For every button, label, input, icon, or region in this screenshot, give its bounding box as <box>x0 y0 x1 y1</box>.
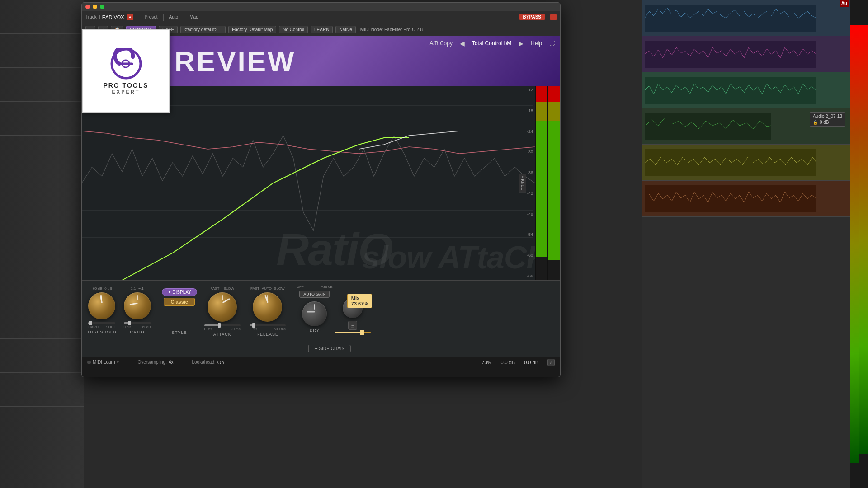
svg-rect-2 <box>645 5 816 32</box>
review-logo: PRO TOOLS EXPERT <box>82 29 170 113</box>
mix-slider-fill <box>335 332 361 333</box>
track-header-8 <box>0 237 84 271</box>
expand-icon-button[interactable]: ⤢ <box>547 359 555 366</box>
attack-slider-thumb[interactable] <box>218 323 221 328</box>
waveform-orange-1 <box>645 185 816 212</box>
divider-2 <box>183 359 183 366</box>
track-name: Audio 2_07-13 <box>813 114 842 119</box>
ff-header: PRO TOOLS EXPERT REVIEW A/B Copy ◀ Total… <box>82 36 560 86</box>
ratio-max: ∞:1 <box>138 286 143 291</box>
learn-button[interactable]: LEARN <box>311 26 333 33</box>
db-minus30: -30 <box>519 150 533 154</box>
threshold-label: THRESHOLD <box>87 330 117 334</box>
dry-label: DRY <box>310 328 320 333</box>
next-preset-button[interactable]: ▶ <box>519 40 524 47</box>
prev-preset-button[interactable]: ◀ <box>460 40 465 47</box>
midi-learn-button[interactable]: MIDI Learn <box>93 360 115 365</box>
range-label-0db: 0 dB <box>124 325 131 329</box>
attack-knob-indicator <box>222 298 230 304</box>
ab-copy-button[interactable]: A/B Copy <box>429 40 453 47</box>
track-header-11 <box>0 339 84 373</box>
threshold-slider-track[interactable] <box>88 322 115 324</box>
threshold-slider-thumb[interactable] <box>89 321 92 325</box>
display-toggle-button[interactable]: ✦ DISPLAY <box>162 288 197 296</box>
ratio-slider-thumb[interactable] <box>128 321 131 325</box>
release-slow: SLOW <box>274 286 285 291</box>
midi-dot <box>87 361 91 364</box>
release-slider-thumb[interactable] <box>252 323 255 328</box>
icon-button-1[interactable]: ⊟ <box>348 321 357 330</box>
dry-knob[interactable] <box>302 301 327 326</box>
ratio-slider-track[interactable] <box>124 322 151 324</box>
svg-rect-4 <box>645 77 816 104</box>
lookahead-label-0ms: 0 ms <box>204 327 212 331</box>
pt-meter-fill-2 <box>859 25 868 454</box>
hold-label-500ms: 500 ms <box>274 327 286 331</box>
threshold-group: -60 dB 0 dB HARD SOFT THRESHOLD <box>87 286 117 334</box>
controls-area: -60 dB 0 dB HARD SOFT THRESHOLD 1:1 ∞:1 <box>82 280 560 357</box>
plugin-window: Track LEAD VOX ● Preset Auto Map BYPASS … <box>81 2 561 377</box>
auto-gain-button[interactable]: AUTO GAIN <box>299 291 330 298</box>
au-badge: Au <box>840 0 849 7</box>
lookahead-status-value[interactable]: On <box>217 360 224 365</box>
track-header-9 <box>0 271 84 305</box>
hold-label-0ms: 0 ms <box>250 327 257 331</box>
threshold-label-soft: SOFT <box>106 325 115 329</box>
title-bar <box>82 3 560 11</box>
close-button[interactable] <box>85 5 90 9</box>
pt-tracks-area: Au Audio 2_07-13 🔒 0 dB <box>642 0 868 488</box>
track-label: Track <box>85 14 97 19</box>
help-button[interactable]: Help <box>531 40 542 47</box>
attack-slow: SLOW <box>224 286 235 291</box>
fullscreen-button[interactable]: ⛶ <box>549 40 555 47</box>
meter-yellow-1 <box>536 102 547 121</box>
classic-button[interactable]: Classic <box>164 298 195 306</box>
side-chain-button[interactable]: ✦ SIDE CHAIN <box>308 345 351 352</box>
oversampling-value[interactable]: 4x <box>169 360 174 365</box>
mix-slider-thumb[interactable] <box>360 330 364 335</box>
ratio-knob[interactable] <box>124 292 151 319</box>
style-group: ✦ DISPLAY Classic STYLE <box>162 288 197 335</box>
meter-red-1 <box>536 86 547 102</box>
attack-slider-track[interactable] <box>204 324 241 326</box>
attack-knob[interactable] <box>208 292 237 322</box>
map-section: Map <box>189 14 198 19</box>
release-group: FAST AUTO SLOW 0 ms 500 ms RELEASE <box>250 286 286 337</box>
release-knob[interactable] <box>253 292 282 322</box>
preset-value: <factory default> <box>184 27 217 32</box>
no-control-button[interactable]: No Control <box>279 26 308 33</box>
threshold-max: 0 dB <box>104 286 112 291</box>
pro-tools-left-panel <box>0 0 84 488</box>
maximize-button[interactable] <box>100 5 104 9</box>
ff-nav: A/B Copy ◀ Total Control bM ▶ Help ⛶ <box>424 36 560 51</box>
lookahead-label-20ms: 20 ms <box>231 327 241 331</box>
mix-tooltip: Mix 73.67% <box>347 294 372 308</box>
attack-fast: FAST <box>211 286 220 291</box>
minimize-button[interactable] <box>93 5 97 9</box>
midi-dropdown[interactable]: ▾ <box>117 360 119 365</box>
knee-indicator[interactable]: « KNEE <box>519 174 526 192</box>
threshold-knob[interactable] <box>88 292 115 319</box>
track-header-4 <box>0 102 84 136</box>
native-button[interactable]: Native <box>335 26 355 33</box>
threshold-min: -60 dB <box>92 286 103 291</box>
track-info-panel: Audio 2_07-13 🔒 0 dB <box>810 112 845 127</box>
review-heading: REVIEW <box>175 45 296 77</box>
track-blue-1 <box>642 0 868 36</box>
track-yellow-1 <box>642 145 868 181</box>
db-minus18: -18 <box>519 108 533 113</box>
status-bar: MIDI Learn ▾ Oversampling: 4x Lookahead:… <box>82 357 560 367</box>
mix-percent: 73% <box>481 360 491 365</box>
mix-slider-track[interactable] <box>335 332 371 333</box>
factory-default-button[interactable]: Factory Default Map <box>228 26 276 33</box>
brand-sub: EXPERT <box>103 89 148 94</box>
release-auto: AUTO <box>262 286 272 291</box>
knee-label: KNEE <box>520 179 525 190</box>
release-slider-track[interactable] <box>250 324 286 326</box>
track-section: Track LEAD VOX ● <box>85 14 133 20</box>
track-gain-row: 🔒 0 dB <box>813 120 842 125</box>
map-label: Map <box>189 14 198 19</box>
bypass-button[interactable]: BYPASS <box>519 14 545 20</box>
midi-learn-section: MIDI Learn ▾ <box>87 360 119 365</box>
mix-label: Mix <box>351 296 359 301</box>
